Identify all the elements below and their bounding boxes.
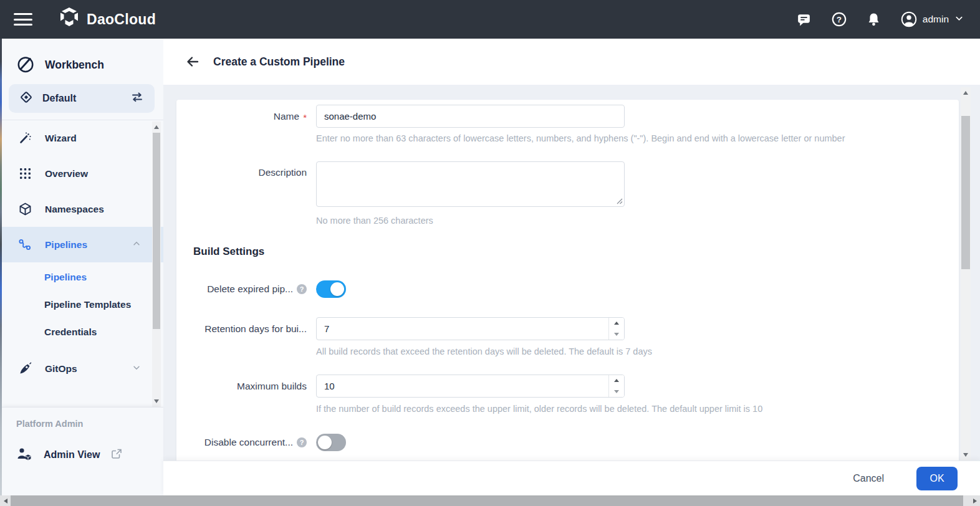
window-edge-strip (0, 39, 2, 495)
required-asterisk: * (303, 113, 307, 122)
switch-workspace-icon[interactable] (130, 91, 144, 106)
sidebar-item-progressive-delivery[interactable]: Progressive Deli (0, 386, 163, 400)
daocloud-logo-icon (59, 7, 80, 32)
sidebar-item-label: Namespaces (45, 204, 104, 215)
build-settings-title: Build Settings (193, 246, 959, 258)
spinner-up-icon[interactable] (609, 375, 624, 386)
retention-row: Retention days for bui... (193, 317, 959, 340)
horizontal-scrollbar-thumb[interactable] (11, 495, 963, 506)
grid-icon (17, 167, 32, 180)
workbench-icon (16, 55, 35, 76)
sidebar-menu: Wizard Overview (0, 120, 163, 407)
external-link-icon (111, 448, 122, 462)
help-icon[interactable]: ? (297, 284, 307, 294)
brand: DaoCloud (59, 7, 156, 32)
max-builds-label: Maximum builds (237, 381, 307, 392)
max-builds-row: Maximum builds (193, 375, 959, 398)
topbar: DaoCloud ? (0, 0, 980, 39)
platform-admin-label: Platform Admin (16, 419, 163, 429)
action-footer: Cancel OK (163, 461, 980, 495)
number-spinner (608, 318, 624, 340)
description-input[interactable] (316, 161, 625, 207)
spinner-down-icon[interactable] (609, 386, 624, 398)
retention-label: Retention days for bui... (204, 323, 307, 335)
disable-concurrent-toggle[interactable] (316, 434, 346, 451)
menu-icon[interactable] (14, 10, 32, 29)
help-icon[interactable]: ? (831, 11, 847, 27)
ok-button[interactable]: OK (916, 467, 958, 490)
cube-icon (17, 202, 32, 216)
sidebar-bottom: Platform Admin Admin View (0, 407, 163, 495)
disable-concurrent-label: Disable concurrent... (204, 437, 293, 448)
help-icon[interactable]: ? (297, 437, 307, 447)
description-hint: No more than 256 characters (316, 216, 959, 226)
avatar-icon (901, 11, 917, 27)
scroll-up-arrow[interactable] (961, 88, 971, 97)
scroll-right-arrow[interactable] (969, 495, 980, 506)
scroll-up-arrow[interactable] (152, 123, 161, 131)
sidebar-item-label: Pipelines (45, 239, 87, 251)
workspace-icon (19, 90, 33, 107)
spinner-up-icon[interactable] (609, 318, 624, 329)
form-scrollbar-thumb[interactable] (961, 116, 970, 269)
description-row: Description (193, 161, 959, 209)
sidebar-item-admin-view[interactable]: Admin View (16, 446, 163, 464)
description-label: Description (258, 167, 307, 178)
delete-expired-label: Delete expired pip... (207, 284, 293, 295)
workbench-label: Workbench (45, 59, 104, 72)
sidebar-section-workbench: Workbench (0, 39, 163, 76)
name-input[interactable] (316, 105, 625, 128)
number-spinner (608, 375, 624, 397)
delete-expired-row: Delete expired pip... ? (193, 280, 959, 298)
username: admin (923, 14, 949, 25)
app-window: DaoCloud ? (0, 0, 980, 506)
pipeline-icon (17, 237, 32, 252)
max-builds-input[interactable] (316, 375, 625, 398)
sidebar-item-label: GitOps (45, 363, 77, 375)
topbar-actions: ? admin (796, 11, 964, 27)
workspace-name: Default (42, 93, 121, 104)
sidebar-item-pipelines[interactable]: Pipelines (0, 227, 163, 262)
main-area: Create a Custom Pipeline Name * Enter (163, 39, 980, 495)
chat-icon[interactable] (796, 11, 812, 27)
bell-icon[interactable] (866, 11, 882, 27)
retention-hint: All build records that exceed the retent… (316, 346, 959, 356)
horizontal-scrollbar[interactable] (0, 495, 980, 506)
chevron-down-icon (954, 14, 964, 26)
sidebar-item-clipped: Progressive Deli (0, 386, 163, 400)
spinner-down-icon[interactable] (609, 329, 624, 340)
sidebar-subitem-pipelines[interactable]: Pipelines (0, 264, 163, 291)
sidebar-item-namespaces[interactable]: Namespaces (0, 191, 163, 227)
scroll-left-arrow[interactable] (0, 495, 11, 506)
scroll-down-arrow[interactable] (152, 397, 161, 406)
sidebar: Workbench Default (0, 39, 163, 495)
brand-name: DaoCloud (87, 11, 156, 28)
workspace-selector[interactable]: Default (9, 84, 155, 113)
sidebar-subitem-credentials[interactable]: Credentials (0, 318, 163, 346)
sidebar-scrollbar-thumb[interactable] (153, 133, 160, 329)
user-menu[interactable]: admin (901, 11, 964, 27)
sidebar-scrollbar[interactable] (152, 122, 161, 407)
form-card: Name * Enter no more than 63 characters … (176, 100, 959, 461)
sidebar-item-overview[interactable]: Overview (0, 156, 163, 191)
page-header: Create a Custom Pipeline (163, 39, 980, 85)
sidebar-item-gitops[interactable]: GitOps (0, 351, 163, 386)
disable-concurrent-row: Disable concurrent... ? (193, 434, 959, 451)
form-scrollbar[interactable] (961, 87, 971, 461)
shell: Workbench Default (0, 39, 980, 495)
back-arrow-icon[interactable] (185, 54, 201, 70)
cancel-button[interactable]: Cancel (849, 472, 888, 485)
admin-user-icon (16, 446, 32, 464)
retention-input[interactable] (316, 317, 625, 340)
scroll-down-arrow[interactable] (961, 451, 971, 459)
sidebar-item-wizard[interactable]: Wizard (0, 120, 163, 156)
sidebar-subitem-pipeline-templates[interactable]: Pipeline Templates (0, 291, 163, 318)
name-hint: Enter no more than 63 characters of lowe… (316, 133, 959, 143)
name-row: Name * (193, 105, 959, 128)
chevron-down-icon (132, 363, 141, 375)
max-builds-hint: If the number of build records exceeds t… (316, 404, 959, 414)
svg-text:?: ? (837, 15, 842, 24)
delete-expired-toggle[interactable] (316, 280, 346, 298)
page-title: Create a Custom Pipeline (213, 55, 345, 69)
admin-view-label: Admin View (44, 449, 100, 461)
